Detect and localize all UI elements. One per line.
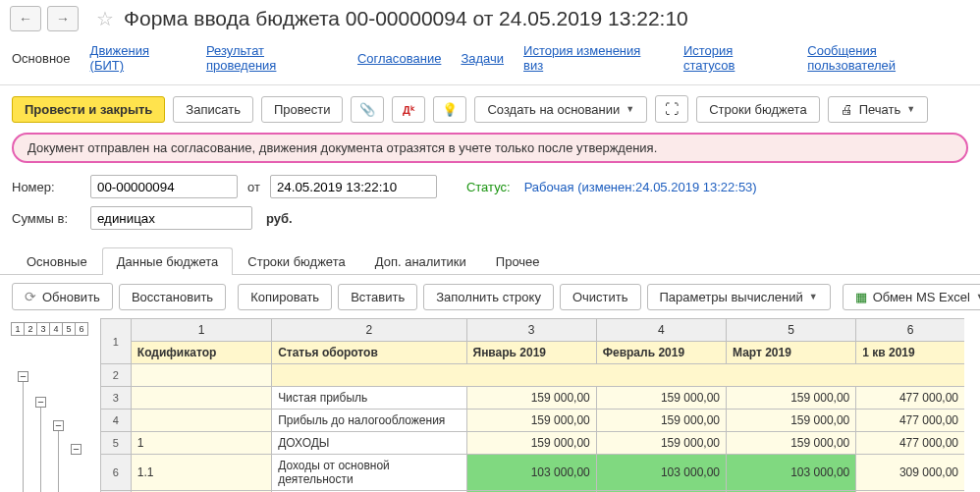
section-link-result[interactable]: Результат проведения: [206, 43, 338, 73]
row-num: 5: [101, 432, 132, 455]
section-link-current[interactable]: Основное: [12, 51, 71, 66]
tab-2[interactable]: Строки бюджета: [233, 247, 359, 275]
chevron-down-icon: ▼: [906, 104, 915, 114]
cell-value[interactable]: 103 000,00: [466, 455, 596, 491]
clear-button[interactable]: Очистить: [560, 284, 641, 310]
cell-article[interactable]: Прибыль до налогообложения: [272, 410, 466, 432]
excel-button[interactable]: Обмен MS Excel▼: [843, 284, 980, 310]
header-q1: 1 кв 2019: [856, 342, 964, 364]
bulb-icon: [442, 102, 458, 117]
copy-button[interactable]: Копировать: [238, 284, 332, 310]
status-value: Рабочая (изменен:24.05.2019 13:22:53): [524, 180, 757, 194]
hint-button[interactable]: [433, 96, 466, 123]
cell-code[interactable]: [131, 387, 271, 410]
nav-back-button[interactable]: ←: [10, 6, 41, 31]
favorite-star-icon[interactable]: ☆: [96, 7, 114, 30]
paste-button[interactable]: Вставить: [338, 284, 417, 310]
sums-label: Суммы в:: [12, 211, 81, 226]
outline-level-1[interactable]: 1: [11, 322, 25, 336]
refresh-icon: [25, 289, 36, 304]
clip-icon: [359, 102, 375, 117]
section-link-visa-history[interactable]: История изменения виз: [523, 43, 664, 73]
cell-value[interactable]: 103 000,00: [727, 455, 856, 491]
calc-params-button[interactable]: Параметры вычислений▼: [647, 284, 831, 310]
cell-code[interactable]: [131, 410, 271, 432]
col-num: 5: [727, 319, 856, 342]
post-close-button[interactable]: Провести и закрыть: [12, 96, 165, 123]
date-field[interactable]: [270, 175, 437, 198]
section-link-status-history[interactable]: История статусов: [683, 43, 788, 73]
sums-unit-field[interactable]: [90, 206, 252, 230]
cell-value[interactable]: 103 000,00: [596, 455, 726, 491]
outline-level-4[interactable]: 4: [49, 322, 63, 336]
cell-article[interactable]: Чистая прибыль: [272, 387, 466, 410]
create-based-button[interactable]: Создать на основании▼: [474, 96, 647, 123]
fill-row-button[interactable]: Заполнить строку: [423, 284, 554, 310]
refresh-button[interactable]: Обновить: [12, 283, 113, 310]
section-link-movements[interactable]: Движения (БИТ): [90, 43, 187, 73]
tab-3[interactable]: Доп. аналитики: [360, 247, 481, 275]
outline-collapse-icon[interactable]: −: [18, 371, 28, 382]
cell-value[interactable]: 159 000,00: [596, 387, 726, 410]
cell-value[interactable]: 159 000,00: [466, 432, 596, 455]
save-button[interactable]: Записать: [173, 96, 253, 123]
tab-0[interactable]: Основные: [12, 247, 102, 275]
cell-value[interactable]: 159 000,00: [596, 410, 726, 432]
cell-value[interactable]: 477 000,00: [856, 387, 964, 410]
budget-grid[interactable]: 1123456КодификаторСтатья оборотовЯнварь …: [100, 318, 964, 492]
section-link-tasks[interactable]: Задачи: [461, 51, 504, 66]
col-num: 3: [466, 319, 596, 342]
outline-collapse-icon[interactable]: −: [71, 444, 82, 455]
outline-level-3[interactable]: 3: [36, 322, 50, 336]
header-code: Кодификатор: [131, 342, 271, 364]
approval-status-banner: Документ отправлен на согласование, движ…: [12, 133, 968, 163]
outline-level-5[interactable]: 5: [62, 322, 76, 336]
cell-code[interactable]: 1: [131, 432, 271, 455]
attachments-button[interactable]: [351, 96, 384, 123]
fullscreen-button[interactable]: [655, 95, 688, 123]
cell-value[interactable]: 159 000,00: [466, 410, 596, 432]
cell-code[interactable]: 1.1: [131, 455, 271, 491]
outline-tree[interactable]: − − − −: [12, 342, 100, 492]
header-m3: Март 2019: [727, 342, 856, 364]
excel-icon: [855, 290, 867, 304]
cell-value[interactable]: 159 000,00: [466, 387, 596, 410]
row-num: 3: [101, 387, 132, 410]
printer-icon: [841, 102, 853, 117]
post-button[interactable]: Провести: [261, 96, 344, 123]
outline-collapse-icon[interactable]: −: [53, 420, 64, 431]
status-label: Статус:: [466, 180, 511, 194]
cell-value[interactable]: 477 000,00: [856, 410, 964, 432]
cell-value[interactable]: 477 000,00: [856, 432, 964, 455]
tab-1[interactable]: Данные бюджета: [102, 247, 234, 275]
outline-level-6[interactable]: 6: [75, 322, 88, 336]
dtkt-button[interactable]: [392, 96, 425, 123]
number-label: Номер:: [12, 180, 81, 194]
section-link-messages[interactable]: Сообщения пользователей: [807, 43, 968, 73]
fullscreen-icon: [665, 101, 679, 117]
chevron-down-icon: ▼: [809, 292, 818, 301]
restore-button[interactable]: Восстановить: [119, 284, 226, 310]
col-num: 6: [856, 319, 964, 342]
cell-value[interactable]: 309 000,00: [856, 455, 964, 491]
budget-rows-button[interactable]: Строки бюджета: [696, 96, 819, 123]
cell-article[interactable]: Доходы от основной деятельности: [272, 455, 466, 491]
nav-forward-button[interactable]: →: [47, 6, 79, 31]
header-article: Статья оборотов: [272, 342, 466, 364]
outline-collapse-icon[interactable]: −: [35, 397, 46, 408]
dtkt-icon: [403, 102, 415, 117]
number-field[interactable]: [90, 175, 238, 198]
row-num: 6: [101, 455, 132, 491]
cell-value[interactable]: 159 000,00: [727, 410, 856, 432]
header-m1: Январь 2019: [466, 342, 596, 364]
cell-value[interactable]: 159 000,00: [727, 432, 856, 455]
cell-article[interactable]: ДОХОДЫ: [272, 432, 466, 455]
row-num: 4: [101, 410, 132, 432]
col-num: 1: [131, 319, 271, 342]
tab-4[interactable]: Прочее: [481, 247, 555, 275]
cell-value[interactable]: 159 000,00: [727, 387, 856, 410]
outline-level-2[interactable]: 2: [24, 322, 37, 336]
print-button[interactable]: Печать▼: [828, 96, 929, 123]
cell-value[interactable]: 159 000,00: [596, 432, 726, 455]
section-link-approval[interactable]: Согласование: [357, 51, 441, 66]
